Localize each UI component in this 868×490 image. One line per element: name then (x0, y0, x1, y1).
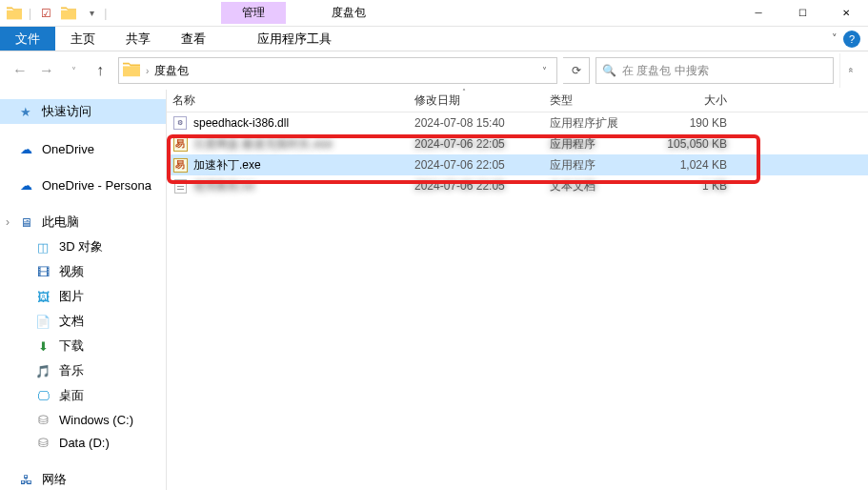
file-date: 2024-07-06 22:05 (414, 179, 550, 193)
file-row[interactable]: 使用教程.txt2024-07-06 22:05文本文档1 KB (167, 175, 868, 196)
side-toggle-icon[interactable]: « (839, 53, 860, 88)
column-headers: ˄ 名称 修改日期 类型 大小 (167, 90, 868, 112)
file-row[interactable]: ⚙speedhack-i386.dll2024-07-08 15:40应用程序扩… (167, 112, 868, 133)
cloud-icon: ☁ (17, 177, 34, 193)
main-area: ★ 快速访问 ☁ OneDrive ☁ OneDrive - Persona 🖥… (0, 90, 868, 490)
cube-icon: ◫ (34, 239, 51, 255)
sidebar-label: OneDrive (42, 142, 94, 156)
forward-button[interactable]: → (34, 58, 59, 83)
column-header-name[interactable]: 名称 (172, 92, 414, 109)
sidebar-item-music[interactable]: 🎵 音乐 (0, 358, 166, 383)
folder-icon[interactable] (4, 3, 25, 24)
share-tab[interactable]: 共享 (111, 27, 166, 51)
nav-buttons: ← → ˅ ↑ (8, 58, 112, 83)
downloads-icon: ⬇ (34, 338, 51, 354)
file-list: ⚙speedhack-i386.dll2024-07-08 15:40应用程序扩… (167, 112, 868, 196)
maximize-button[interactable]: ☐ (780, 0, 824, 27)
file-name: 百度网盘 极速无限时长.exe (193, 136, 333, 153)
file-date: 2024-07-08 15:40 (414, 116, 550, 130)
pictures-icon: 🖼 (34, 289, 51, 304)
documents-icon: 📄 (34, 314, 51, 329)
file-type: 应用程序 (550, 157, 655, 174)
file-size: 1,024 KB (655, 158, 737, 172)
search-input[interactable]: 🔍 在 度盘包 中搜索 (595, 57, 834, 84)
window-controls: ─ ☐ ✕ (737, 0, 868, 27)
search-placeholder: 在 度盘包 中搜索 (622, 63, 709, 79)
qat-dropdown-icon[interactable]: ▾ (81, 3, 102, 24)
up-button[interactable]: ↑ (88, 58, 112, 83)
sidebar-label: 视频 (59, 263, 84, 280)
titlebar-center: 管理 度盘包 (107, 2, 737, 24)
music-icon: 🎵 (34, 363, 51, 378)
file-row[interactable]: 易百度网盘 极速无限时长.exe2024-07-06 22:05应用程序105,… (167, 133, 868, 154)
sidebar-label: 快速访问 (42, 103, 91, 120)
contextual-tab-manage[interactable]: 管理 (221, 2, 286, 24)
ribbon-collapse-icon[interactable]: ˅ (832, 32, 838, 45)
sidebar-item-windows-c[interactable]: ⛁ Windows (C:) (0, 408, 166, 431)
folder-icon-2[interactable] (58, 3, 79, 24)
qat-separator: | (27, 7, 33, 20)
sidebar-label: 此电脑 (42, 214, 79, 231)
sidebar-item-network[interactable]: 🖧 网络 (0, 467, 166, 490)
file-date: 2024-07-06 22:05 (414, 137, 550, 151)
sidebar-item-data-d[interactable]: ⛁ Data (D:) (0, 431, 166, 454)
sidebar-item-this-pc[interactable]: 🖥 此电脑 (0, 210, 166, 235)
sidebar-label: 下载 (59, 337, 84, 355)
column-header-date[interactable]: 修改日期 (414, 92, 550, 109)
sidebar-label: Data (D:) (59, 436, 110, 450)
sidebar-label: Windows (C:) (59, 413, 133, 427)
address-bar[interactable]: › 度盘包 ˅ (118, 57, 557, 84)
file-type: 应用程序 (550, 136, 655, 153)
help-icon[interactable]: ? (843, 31, 860, 48)
sidebar-item-onedrive-personal[interactable]: ☁ OneDrive - Persona (0, 174, 166, 196)
sidebar-label: 桌面 (59, 387, 84, 404)
drive-icon: ⛁ (34, 412, 51, 427)
sidebar-label: 3D 对象 (59, 238, 103, 255)
star-icon: ★ (17, 104, 34, 119)
recent-dropdown[interactable]: ˅ (61, 58, 86, 83)
view-tab[interactable]: 查看 (166, 27, 221, 51)
sidebar-item-videos[interactable]: 🎞 视频 (0, 259, 166, 284)
refresh-button[interactable]: ⟳ (563, 57, 590, 84)
checkbox-icon[interactable]: ☑ (35, 3, 56, 24)
app-tools-tab[interactable]: 应用程序工具 (242, 27, 347, 51)
sidebar-item-onedrive[interactable]: ☁ OneDrive (0, 137, 166, 160)
sidebar-label: 图片 (59, 288, 84, 305)
home-tab[interactable]: 主页 (55, 27, 111, 51)
file-list-pane: ˄ 名称 修改日期 类型 大小 ⚙speedhack-i386.dll2024-… (167, 90, 868, 490)
close-button[interactable]: ✕ (824, 0, 868, 27)
network-icon: 🖧 (17, 472, 34, 487)
nav-pane: ★ 快速访问 ☁ OneDrive ☁ OneDrive - Persona 🖥… (0, 90, 167, 490)
folder-icon (123, 62, 140, 80)
sidebar-item-quick-access[interactable]: ★ 快速访问 (0, 99, 166, 124)
file-size: 1 KB (655, 179, 737, 193)
file-name: 使用教程.txt (193, 178, 254, 194)
minimize-button[interactable]: ─ (737, 0, 780, 27)
crumb-separator-icon[interactable]: › (146, 66, 149, 76)
ribbon-tabs: 文件 主页 共享 查看 应用程序工具 ˅ ? (0, 27, 868, 51)
sidebar-label: 文档 (59, 313, 84, 330)
sidebar-item-downloads[interactable]: ⬇ 下载 (0, 334, 166, 358)
txt-icon (174, 179, 187, 194)
sidebar-label: OneDrive - Persona (42, 178, 151, 193)
sidebar-label: 音乐 (59, 362, 84, 379)
column-header-size[interactable]: 大小 (655, 92, 737, 109)
file-size: 190 KB (655, 116, 737, 130)
sort-indicator-icon: ˄ (462, 88, 466, 96)
sidebar-item-documents[interactable]: 📄 文档 (0, 309, 166, 334)
back-button[interactable]: ← (8, 58, 32, 83)
file-tab[interactable]: 文件 (0, 27, 55, 51)
sidebar-item-pictures[interactable]: 🖼 图片 (0, 284, 166, 309)
file-name: 加速补丁.exe (193, 157, 261, 174)
address-dropdown-icon[interactable]: ˅ (536, 66, 553, 76)
file-date: 2024-07-06 22:05 (414, 158, 550, 172)
file-row[interactable]: 易加速补丁.exe2024-07-06 22:05应用程序1,024 KB (167, 154, 868, 175)
breadcrumb-item[interactable]: 度盘包 (154, 63, 189, 79)
sidebar-item-3d-objects[interactable]: ◫ 3D 对象 (0, 235, 166, 259)
pc-icon: 🖥 (17, 214, 34, 230)
quick-access-toolbar: | ☑ ▾ | (0, 3, 107, 24)
sidebar-item-desktop[interactable]: 🖵 桌面 (0, 383, 166, 408)
drive-icon: ⛁ (34, 435, 51, 450)
address-bar-row: ← → ˅ ↑ › 度盘包 ˅ ⟳ 🔍 在 度盘包 中搜索 « (0, 51, 868, 90)
column-header-type[interactable]: 类型 (550, 92, 655, 109)
